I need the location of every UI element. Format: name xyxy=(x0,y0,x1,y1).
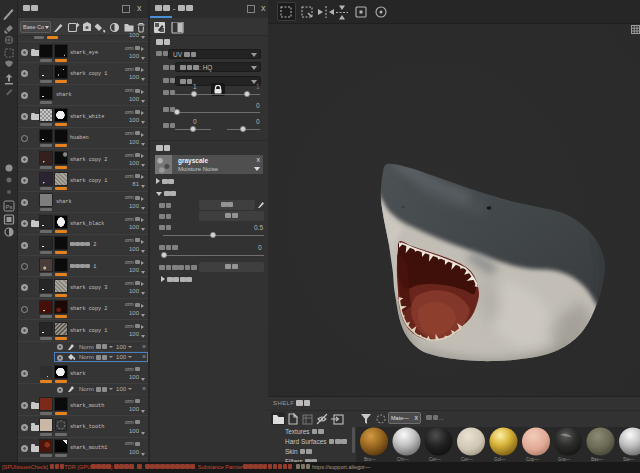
svg-text:Ps: Ps xyxy=(6,204,13,210)
